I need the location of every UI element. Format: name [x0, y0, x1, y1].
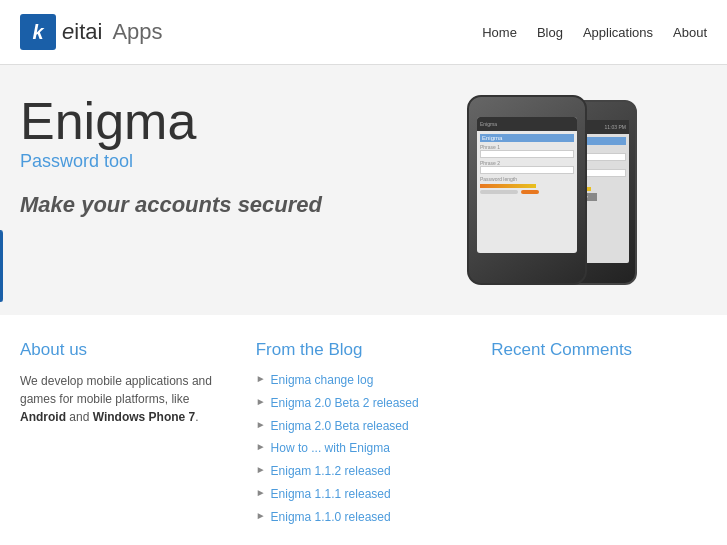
arrow-icon: ► — [256, 419, 266, 430]
nav-about[interactable]: About — [673, 25, 707, 40]
list-item: ► Enigma 2.0 Beta released — [256, 418, 472, 435]
header: k eitai Apps Home Blog Applications Abou… — [0, 0, 727, 65]
app-title-front: Enigma — [480, 134, 574, 142]
screen-content-front: Enigma Phrase 1 Phrase 2 Password length — [477, 131, 577, 197]
list-item: ► Enigma 2.0 Beta 2 released — [256, 395, 472, 412]
blog-link[interactable]: Enigma change log — [271, 372, 374, 389]
blog-link[interactable]: Enigma 1.1.1 released — [271, 486, 391, 503]
hero-section: Enigma Password tool Make your accounts … — [0, 65, 727, 315]
field-2-front: Phrase 2 — [480, 160, 574, 174]
blog-link[interactable]: Enigam 1.1.2 released — [271, 463, 391, 480]
comments-title: Recent Comments — [491, 340, 707, 360]
main-nav: Home Blog Applications About — [482, 25, 707, 40]
comments-column: Recent Comments — [491, 340, 707, 532]
nav-home[interactable]: Home — [482, 25, 517, 40]
hero-content: Enigma Password tool Make your accounts … — [20, 95, 447, 218]
blog-link[interactable]: Enigma 2.0 Beta released — [271, 418, 409, 435]
list-item: ► Enigma 1.1.1 released — [256, 486, 472, 503]
about-text-3: . — [195, 410, 198, 424]
arrow-icon: ► — [256, 373, 266, 384]
screen-header-front: Enigma — [477, 117, 577, 131]
list-item: ► How to ... with Enigma — [256, 440, 472, 457]
about-android: Android — [20, 410, 66, 424]
about-column: About us We develop mobile applications … — [20, 340, 236, 532]
about-wp: Windows Phone 7 — [93, 410, 196, 424]
hero-subtitle: Password tool — [20, 151, 447, 172]
about-title: About us — [20, 340, 236, 360]
arrow-icon: ► — [256, 487, 266, 498]
hero-phones: 11:03 PM Enigma Phrase 1 Keitai Phrase 2… — [447, 95, 707, 295]
blog-list: ► Enigma change log ► Enigma 2.0 Beta 2 … — [256, 372, 472, 526]
arrow-icon: ► — [256, 510, 266, 521]
phone-front: Enigma Enigma Phrase 1 Phrase 2 Password… — [467, 95, 587, 285]
logo-k-text: k — [32, 21, 43, 44]
arrow-icon: ► — [256, 441, 266, 452]
hero-tagline: Make your accounts secured — [20, 192, 447, 218]
blog-link[interactable]: Enigma 1.1.0 released — [271, 509, 391, 526]
hero-title: Enigma — [20, 95, 447, 147]
content-section: About us We develop mobile applications … — [0, 315, 727, 545]
blog-link[interactable]: Enigma 2.0 Beta 2 released — [271, 395, 419, 412]
logo-icon: k — [20, 14, 56, 50]
feedback-tab[interactable]: Feedback — [0, 230, 3, 302]
field-1-front: Phrase 1 — [480, 144, 574, 158]
logo-apps: Apps — [112, 19, 162, 45]
nav-blog[interactable]: Blog — [537, 25, 563, 40]
blog-column: From the Blog ► Enigma change log ► Enig… — [256, 340, 472, 532]
list-item: ► Enigma change log — [256, 372, 472, 389]
phone-screen-front: Enigma Enigma Phrase 1 Phrase 2 Password… — [477, 117, 577, 253]
logo-eitai: eitai — [62, 19, 102, 45]
blog-title: From the Blog — [256, 340, 472, 360]
about-text: We develop mobile applications and games… — [20, 372, 236, 426]
field-3-front: Password length — [480, 176, 574, 188]
list-item: ► Enigam 1.1.2 released — [256, 463, 472, 480]
nav-applications[interactable]: Applications — [583, 25, 653, 40]
list-item: ► Enigma 1.1.0 released — [256, 509, 472, 526]
arrow-icon: ► — [256, 396, 266, 407]
blog-link[interactable]: How to ... with Enigma — [271, 440, 390, 457]
about-text-1: We develop mobile applications and games… — [20, 374, 212, 406]
about-text-2: and — [66, 410, 93, 424]
logo-area: k eitai Apps — [20, 14, 163, 50]
arrow-icon: ► — [256, 464, 266, 475]
